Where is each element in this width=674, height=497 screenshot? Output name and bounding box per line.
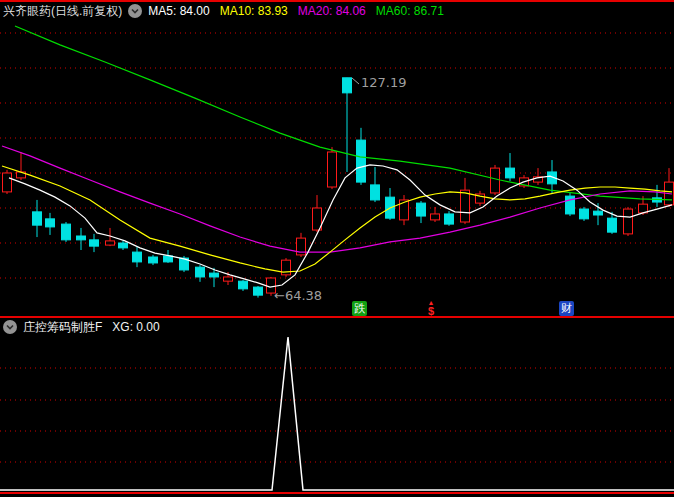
marker-die-icon[interactable]: 跌 <box>352 301 367 316</box>
candle-body[interactable] <box>239 281 248 289</box>
high-label-pointer <box>352 78 359 84</box>
candle-body[interactable] <box>164 256 173 262</box>
main-chart-header: 兴齐眼药(日线.前复权) MA5: 84.00MA10: 83.93MA20: … <box>3 3 454 19</box>
candle-body[interactable] <box>33 212 42 225</box>
candle-body[interactable] <box>119 243 128 248</box>
candle-body[interactable] <box>371 185 380 200</box>
stock-app-window: 兴齐眼药(日线.前复权) MA5: 84.00MA10: 83.93MA20: … <box>0 0 674 497</box>
ma-label-ma10: MA10: 83.93 <box>220 4 288 18</box>
ma-label-ma20: MA20: 84.06 <box>298 4 366 18</box>
candle-body[interactable] <box>580 209 589 219</box>
candle-body[interactable] <box>343 78 352 93</box>
indicator-value: XG: 0.00 <box>112 319 159 335</box>
candle-body[interactable] <box>77 236 86 240</box>
candle-body[interactable] <box>357 140 366 182</box>
candle-body[interactable] <box>3 173 12 192</box>
candlestick-chart-canvas[interactable]: 127.19←64.38 <box>0 0 674 318</box>
candle-body[interactable] <box>62 224 71 240</box>
ma-labels: MA5: 84.00MA10: 83.93MA20: 84.06MA60: 86… <box>148 3 454 19</box>
signal-spike-line <box>0 337 674 490</box>
candle-body[interactable] <box>106 241 115 245</box>
ma-label-ma5: MA5: 84.00 <box>148 4 209 18</box>
indicator-title: 庄控筹码制胜F <box>23 319 102 335</box>
candle-body[interactable] <box>282 260 291 275</box>
chevron-down-icon <box>5 322 15 332</box>
candle-body[interactable] <box>328 152 337 187</box>
high-price-label: 127.19 <box>361 75 407 90</box>
candle-body[interactable] <box>445 214 454 224</box>
candle-body[interactable] <box>149 257 158 263</box>
candle-body[interactable] <box>417 203 426 216</box>
indicator-chart-canvas[interactable] <box>0 318 674 497</box>
candle-body[interactable] <box>224 277 233 281</box>
candle-body[interactable] <box>254 287 263 295</box>
candle-body[interactable] <box>491 168 500 193</box>
indicator-header: 庄控筹码制胜F XG: 0.00 <box>3 319 160 335</box>
candle-body[interactable] <box>210 273 219 277</box>
bottom-border <box>0 492 674 494</box>
marker-cai-icon[interactable]: 财 <box>559 301 574 316</box>
ma-line-ma5 <box>9 165 672 287</box>
candle-body[interactable] <box>594 211 603 215</box>
candle-body[interactable] <box>506 168 515 178</box>
candle-body[interactable] <box>133 252 142 262</box>
low-price-label: ←64.38 <box>274 288 322 303</box>
candle-body[interactable] <box>196 267 205 277</box>
candle-body[interactable] <box>608 218 617 232</box>
candle-body[interactable] <box>624 209 633 234</box>
collapse-indicator-icon[interactable] <box>3 320 17 334</box>
candle-body[interactable] <box>46 219 55 227</box>
dollar-glyph: $ <box>424 306 438 316</box>
stock-title: 兴齐眼药(日线.前复权) <box>3 3 122 19</box>
chevron-down-icon <box>130 6 140 16</box>
candle-body[interactable] <box>461 190 470 222</box>
candle-body[interactable] <box>431 214 440 220</box>
ma-label-ma60: MA60: 86.71 <box>376 4 444 18</box>
collapse-main-chart-icon[interactable] <box>128 4 142 18</box>
candle-body[interactable] <box>90 240 99 246</box>
marker-dollar-icon[interactable]: ▲$ <box>424 300 438 316</box>
ma-line-ma60 <box>15 26 672 200</box>
